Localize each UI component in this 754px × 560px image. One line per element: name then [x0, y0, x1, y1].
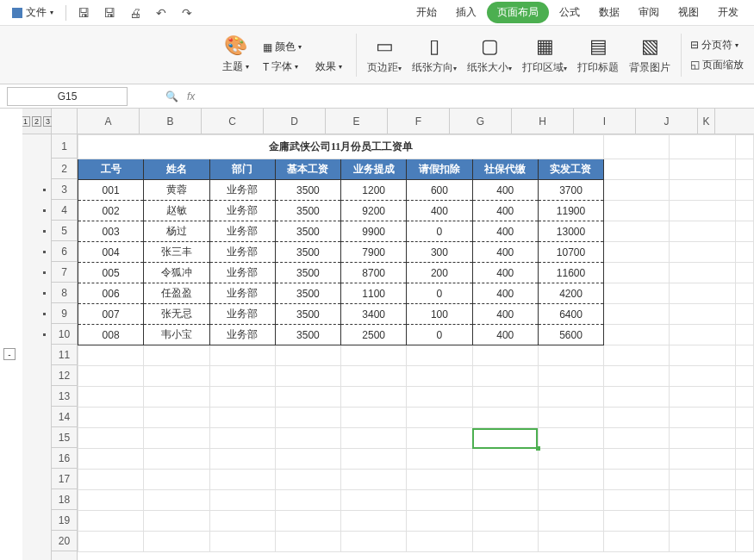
cell-F17[interactable]	[407, 470, 472, 490]
cell-H2[interactable]: 实发工资	[538, 159, 603, 180]
page-zoom-button[interactable]: ◱页面缩放	[687, 56, 747, 74]
cell-E10[interactable]: 2500	[341, 325, 407, 345]
cell-E16[interactable]	[341, 449, 407, 470]
cell-F8[interactable]: 0	[407, 283, 472, 304]
cell-G3[interactable]: 400	[472, 180, 538, 201]
cell-I17[interactable]	[604, 470, 670, 490]
cell-J2[interactable]	[670, 159, 735, 180]
cell-G15[interactable]	[472, 428, 538, 449]
cell-F13[interactable]	[407, 387, 472, 408]
cell-C12[interactable]	[209, 366, 275, 387]
cell-H6[interactable]: 10700	[538, 242, 603, 263]
cell-G8[interactable]: 400	[472, 283, 538, 304]
cell-K10[interactable]	[735, 325, 753, 345]
cell-C9[interactable]: 业务部	[209, 304, 275, 325]
cell-A3[interactable]: 001	[78, 180, 144, 201]
cell-G11[interactable]	[472, 345, 538, 366]
cell-F6[interactable]: 300	[407, 242, 472, 263]
cell-G14[interactable]	[472, 408, 538, 428]
cell-J6[interactable]	[670, 242, 735, 263]
cell-A11[interactable]	[78, 345, 144, 366]
cell-H11[interactable]	[538, 345, 603, 366]
col-header-K[interactable]: K	[698, 109, 715, 134]
margins-button[interactable]: ▭ 页边距▾	[362, 34, 407, 75]
cell-H12[interactable]	[538, 366, 603, 387]
cell-C19[interactable]	[209, 511, 275, 532]
cell-G20[interactable]	[472, 532, 538, 552]
cell-H5[interactable]: 13000	[538, 221, 603, 242]
print-area-button[interactable]: ▦ 打印区域▾	[517, 34, 572, 75]
cell-A19[interactable]	[78, 511, 144, 532]
cell-K13[interactable]	[735, 387, 753, 408]
cell-G12[interactable]	[472, 366, 538, 387]
cell-J16[interactable]	[670, 449, 735, 470]
cell-I7[interactable]	[604, 263, 670, 283]
cell-A6[interactable]: 004	[78, 242, 144, 263]
cell-K3[interactable]	[735, 180, 753, 201]
row-header-17[interactable]: 17	[52, 469, 77, 489]
cell-C11[interactable]	[209, 345, 275, 366]
cell-J19[interactable]	[670, 511, 735, 532]
cell-F15[interactable]	[407, 428, 472, 449]
cell-F11[interactable]	[407, 345, 472, 366]
col-header-J[interactable]: J	[636, 109, 698, 134]
orientation-button[interactable]: ▯ 纸张方向▾	[407, 34, 462, 75]
row-header-19[interactable]: 19	[52, 510, 77, 531]
cell-A10[interactable]: 008	[78, 325, 144, 345]
cell-E14[interactable]	[341, 408, 407, 428]
cell-K5[interactable]	[735, 221, 753, 242]
row-header-2[interactable]: 2	[52, 159, 77, 179]
row-header-6[interactable]: 6	[52, 241, 77, 262]
cell-I13[interactable]	[604, 387, 670, 408]
cell-D12[interactable]	[275, 366, 340, 387]
cell-E6[interactable]: 7900	[341, 242, 407, 263]
row-header-14[interactable]: 14	[52, 407, 77, 427]
cell-D3[interactable]: 3500	[275, 180, 340, 201]
cell-D10[interactable]: 3500	[275, 325, 340, 345]
tab-数据[interactable]: 数据	[590, 2, 628, 23]
cell-D20[interactable]	[275, 532, 340, 552]
effects-button[interactable]: 效果▾	[312, 58, 346, 76]
cell-D7[interactable]: 3500	[275, 263, 340, 283]
col-header-F[interactable]: F	[388, 109, 450, 134]
cell-E18[interactable]	[341, 490, 407, 511]
cell-J18[interactable]	[670, 490, 735, 511]
cell-J7[interactable]	[670, 263, 735, 283]
cell-D18[interactable]	[275, 490, 340, 511]
cell-B18[interactable]	[144, 490, 209, 511]
cell-B7[interactable]: 令狐冲	[144, 263, 209, 283]
cell-C5[interactable]: 业务部	[209, 221, 275, 242]
cell-E20[interactable]	[341, 532, 407, 552]
cell-H20[interactable]	[538, 532, 603, 552]
cell-J13[interactable]	[670, 387, 735, 408]
save-as-icon[interactable]: 🖫	[99, 3, 120, 23]
cell-F19[interactable]	[407, 511, 472, 532]
col-header-H[interactable]: H	[512, 109, 574, 134]
cell-G2[interactable]: 社保代缴	[472, 159, 538, 180]
row-header-10[interactable]: 10	[52, 324, 77, 345]
cell-I5[interactable]	[604, 221, 670, 242]
cell-A18[interactable]	[78, 490, 144, 511]
row-header-12[interactable]: 12	[52, 365, 77, 386]
cell-B9[interactable]: 张无忌	[144, 304, 209, 325]
formula-input[interactable]	[195, 87, 754, 106]
cell-I19[interactable]	[604, 511, 670, 532]
cell-J1[interactable]	[670, 135, 735, 159]
cell-F12[interactable]	[407, 366, 472, 387]
cell-C10[interactable]: 业务部	[209, 325, 275, 345]
cell-J20[interactable]	[670, 532, 735, 552]
cell-D2[interactable]: 基本工资	[275, 159, 340, 180]
cell-J4[interactable]	[670, 201, 735, 221]
cell-H7[interactable]: 11600	[538, 263, 603, 283]
file-menu[interactable]: 文件 ▾	[7, 3, 59, 22]
cell-K18[interactable]	[735, 490, 753, 511]
cell-A16[interactable]	[78, 449, 144, 470]
cell-D9[interactable]: 3500	[275, 304, 340, 325]
cell-I16[interactable]	[604, 449, 670, 470]
cell-B5[interactable]: 杨过	[144, 221, 209, 242]
cell-C8[interactable]: 业务部	[209, 283, 275, 304]
cell-B11[interactable]	[144, 345, 209, 366]
outline-collapse-button[interactable]: -	[3, 348, 16, 360]
cell-J12[interactable]	[670, 366, 735, 387]
spreadsheet-grid[interactable]: 金庸武侠公司11月份员工工资单工号姓名部门基本工资业务提成请假扣除社保代缴实发工…	[78, 134, 754, 560]
